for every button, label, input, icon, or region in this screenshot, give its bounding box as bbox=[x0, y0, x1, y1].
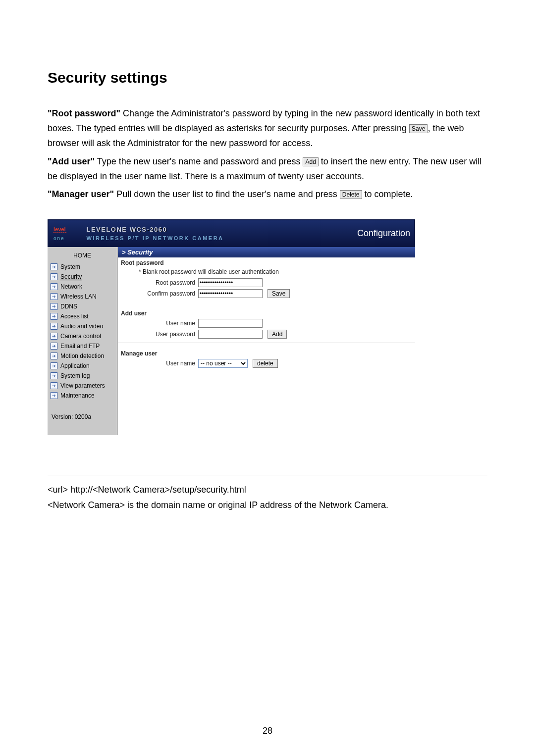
arrow-right-icon: ➔ bbox=[51, 333, 57, 340]
sidebar-item-camera-control[interactable]: ➔ Camera control bbox=[48, 331, 117, 341]
sidebar-item-system[interactable]: ➔ System bbox=[48, 262, 117, 272]
sidebar-item-motion-detection[interactable]: ➔ Motion detection bbox=[48, 351, 117, 361]
page-title: Security settings bbox=[48, 69, 487, 86]
arrow-right-icon: ➔ bbox=[51, 303, 57, 310]
sidebar: HOME ➔ System ➔ Security ➔ Network ➔ Wir… bbox=[48, 247, 117, 435]
sidebar-item-maintenance[interactable]: ➔ Maintenance bbox=[48, 391, 117, 401]
sidebar-item-view-parameters[interactable]: ➔ View parameters bbox=[48, 381, 117, 391]
sidebar-item-label: Security bbox=[60, 273, 82, 280]
sidebar-item-application[interactable]: ➔ Application bbox=[48, 361, 117, 371]
config-heading: Configuration bbox=[357, 228, 414, 239]
url-desc: <Network Camera> is the domain name or o… bbox=[48, 498, 487, 512]
confirm-password-field[interactable] bbox=[198, 289, 263, 298]
user-password-field[interactable] bbox=[198, 330, 263, 339]
root-password-term: "Root password" bbox=[48, 108, 120, 118]
sidebar-item-label: Audio and video bbox=[60, 323, 103, 330]
sidebar-item-label: View parameters bbox=[60, 382, 105, 389]
sidebar-item-label: Motion detection bbox=[60, 353, 104, 359]
para3-text-2: to complete. bbox=[362, 189, 413, 199]
sidebar-item-label: Email and FTP bbox=[60, 343, 100, 350]
product-title: LEVELONE WCS-2060 bbox=[86, 226, 357, 233]
sidebar-item-label: DDNS bbox=[60, 303, 77, 310]
logo-top-text: level bbox=[54, 227, 66, 233]
manage-user-heading: Manage user bbox=[118, 343, 415, 358]
inline-save-button: Save bbox=[409, 124, 428, 133]
arrow-right-icon: ➔ bbox=[51, 382, 57, 389]
user-password-label: User password bbox=[118, 331, 198, 338]
sidebar-item-label: System log bbox=[60, 372, 90, 379]
root-password-label: Root password bbox=[118, 279, 198, 286]
user-select[interactable]: -- no user -- bbox=[198, 359, 248, 368]
sidebar-item-label: Network bbox=[60, 283, 82, 290]
sidebar-item-label: Wireless LAN bbox=[60, 293, 97, 300]
sidebar-item-label: Maintenance bbox=[60, 392, 95, 399]
sidebar-item-label: Application bbox=[60, 362, 90, 369]
arrow-right-icon: ➔ bbox=[51, 313, 57, 320]
add-user-paragraph: "Add user" Type the new user's name and … bbox=[48, 154, 487, 184]
root-password-field[interactable] bbox=[198, 278, 263, 287]
sidebar-item-email-ftp[interactable]: ➔ Email and FTP bbox=[48, 341, 117, 351]
manage-user-name-label: User name bbox=[118, 360, 198, 367]
sidebar-item-label: Camera control bbox=[60, 333, 101, 340]
add-user-heading: Add user bbox=[118, 299, 415, 318]
inline-delete-button: Delete bbox=[340, 190, 362, 199]
arrow-right-icon: ➔ bbox=[51, 372, 57, 379]
breadcrumb: > Security bbox=[118, 247, 415, 257]
arrow-right-icon: ➔ bbox=[51, 392, 57, 399]
inline-add-button: Add bbox=[303, 157, 318, 166]
content-panel: > Security Root password * Blank root pa… bbox=[117, 247, 415, 435]
sidebar-item-network[interactable]: ➔ Network bbox=[48, 282, 117, 292]
arrow-right-icon: ➔ bbox=[51, 323, 57, 330]
intro-paragraph: "Root password" Change the Administrator… bbox=[48, 106, 487, 151]
add-button[interactable]: Add bbox=[268, 330, 287, 339]
delete-button[interactable]: delete bbox=[253, 359, 278, 368]
sidebar-home-link[interactable]: HOME bbox=[48, 249, 117, 262]
para2-text-1: Type the new user's name and password an… bbox=[95, 156, 303, 166]
add-user-term: "Add user" bbox=[48, 156, 95, 166]
brand-logo: level one bbox=[49, 225, 71, 242]
arrow-right-icon: ➔ bbox=[51, 293, 57, 300]
page-number: 28 bbox=[0, 726, 535, 736]
para3-text-1: Pull down the user list to find the user… bbox=[114, 189, 340, 199]
user-name-label: User name bbox=[118, 320, 198, 327]
arrow-right-icon: ➔ bbox=[51, 343, 57, 350]
url-note: <url> http://<Network Camera>/setup/secu… bbox=[48, 475, 487, 512]
logo-bottom-text: one bbox=[54, 236, 65, 241]
sidebar-item-ddns[interactable]: ➔ DDNS bbox=[48, 302, 117, 311]
sidebar-item-label: System bbox=[60, 263, 80, 270]
version-text: Version: 0200a bbox=[48, 401, 117, 420]
arrow-right-icon: ➔ bbox=[51, 353, 57, 359]
root-password-warning: * Blank root password will disable user … bbox=[118, 267, 415, 277]
arrow-right-icon: ➔ bbox=[51, 362, 57, 369]
config-screenshot: level one LEVELONE WCS-2060 WIRELESS P/T… bbox=[48, 219, 415, 435]
sidebar-item-audio-video[interactable]: ➔ Audio and video bbox=[48, 321, 117, 331]
url-line: <url> http://<Network Camera>/setup/secu… bbox=[48, 482, 487, 497]
arrow-right-icon: ➔ bbox=[51, 283, 57, 290]
config-header: level one LEVELONE WCS-2060 WIRELESS P/T… bbox=[48, 219, 415, 247]
sidebar-item-security[interactable]: ➔ Security bbox=[48, 272, 117, 282]
manager-user-term: "Manager user" bbox=[48, 189, 114, 199]
arrow-right-icon: ➔ bbox=[51, 263, 57, 270]
sidebar-item-label: Access list bbox=[60, 313, 89, 320]
manager-user-paragraph: "Manager user" Pull down the user list t… bbox=[48, 187, 487, 202]
save-button[interactable]: Save bbox=[268, 289, 290, 298]
root-password-heading: Root password bbox=[118, 257, 415, 267]
user-name-field[interactable] bbox=[198, 319, 263, 328]
sidebar-item-system-log[interactable]: ➔ System log bbox=[48, 371, 117, 381]
sidebar-item-access-list[interactable]: ➔ Access list bbox=[48, 311, 117, 321]
sidebar-item-wireless-lan[interactable]: ➔ Wireless LAN bbox=[48, 292, 117, 302]
product-subtitle: WIRELESS P/T IP NETWORK CAMERA bbox=[86, 235, 357, 241]
arrow-right-icon: ➔ bbox=[51, 273, 57, 280]
confirm-password-label: Confirm password bbox=[118, 290, 198, 297]
